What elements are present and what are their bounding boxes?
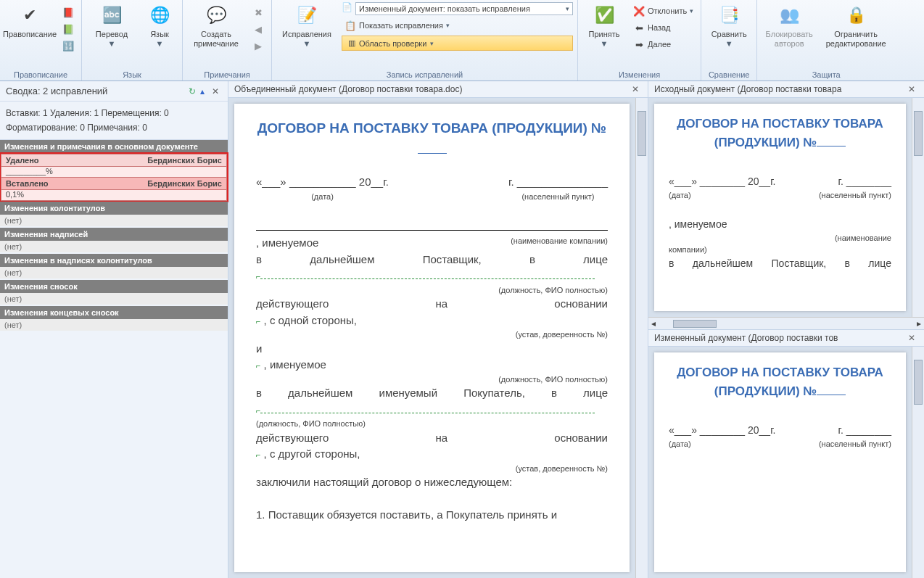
stats-line-2: Форматирование: 0 Примечания: 0 [6,120,222,135]
revised-doc-title: Измененный документ (Договор поставки то… [654,333,838,343]
spelling-button[interactable]: ✔ Правописание [4,2,55,41]
book-icon: 📕 [62,7,74,18]
combined-doc-viewport[interactable]: ДОГОВОР НА ПОСТАВКУ ТОВАРА (ПРОДУКЦИИ) №… [228,98,648,578]
section-header-labels: Изменения в надписях колонтитулов [0,254,228,267]
group-proofing-label: Правописание [4,69,77,79]
next-label: Далее [648,40,671,49]
translate-icon: 🔤 [100,4,123,27]
restrict-label: Ограничить редактирование [826,30,886,49]
chevron-down-icon: ▼ [601,39,609,49]
company-caption: (наименование компании) [511,235,608,252]
previous-label: Назад [648,23,671,32]
show-markup-button[interactable]: 📋 Показать исправления ▾ [342,18,573,33]
next-button[interactable]: ➡Далее [630,37,696,51]
track-icon: 📝 [295,4,318,27]
track-label: Исправления [282,30,331,39]
section-main: Изменения и примечания в основном докуме… [0,140,228,153]
reject-button[interactable]: ❌Отклонить ▾ [630,4,696,18]
scrollbar-vertical[interactable] [912,347,924,578]
translate-label: Перевод [96,30,128,39]
source-doc-viewport[interactable]: ДОГОВОР НА ПОСТАВКУ ТОВАРА (ПРОДУКЦИИ) №… [648,98,924,317]
block-label: Блокировать авторов [766,30,813,49]
chevron-down-icon: ▾ [566,5,569,12]
new-comment-button[interactable]: 💬 Создать примечание [187,2,245,50]
named: , именуемое [256,235,318,252]
scrollbar-vertical[interactable] [635,98,648,578]
group-comments-label: Примечания [187,69,267,79]
reviewing-pane-label: Область проверки [359,39,426,48]
section-headers: Изменения колонтитулов [0,202,228,215]
reject-icon: ❌ [633,5,645,17]
group-changes: ✅ Принять ▼ ❌Отклонить ▾ ⬅Назад ➡Далее И… [578,0,701,80]
clause1: 1. Поставщик обязуется поставить, а Поку… [256,507,608,524]
document-area: Объединенный документ (Договор поставки … [228,81,924,578]
thesaurus-button[interactable]: 📗 [59,22,77,36]
close-icon[interactable]: ✕ [629,84,642,94]
section-header-labels-none: (нет) [0,267,228,278]
chevron-down-icon: ▼ [108,39,116,49]
previous-button[interactable]: ⬅Назад [630,20,696,35]
next-icon: ▶ [252,40,264,51]
compare-button[interactable]: 📑 Сравнить ▼ [706,2,752,50]
revised-doc-viewport[interactable]: ДОГОВОР НА ПОСТАВКУ ТОВАРА (ПРОДУКЦИИ) №… [648,347,924,578]
charter-caption2: (устав, доверенность №) [256,463,608,475]
scrollbar-horizontal[interactable]: ◂▸ [648,317,924,329]
combined-doc-page: ДОГОВОР НА ПОСТАВКУ ТОВАРА (ПРОДУКЦИИ) №… [234,104,630,572]
position-caption: (должность, ФИО полностью) [256,284,608,297]
change-deleted-row[interactable]: Удалено Бердинских Борис [1,154,227,167]
chevron-down-icon: ▼ [156,39,164,49]
restrict-editing-button[interactable]: 🔒 Ограничить редактирование [821,2,891,50]
markup-icon: 📋 [345,20,356,31]
count-icon: 🔢 [62,40,74,51]
compare-label: Сравнить [711,30,747,39]
side1: , с одной стороны, [264,314,357,326]
language-button[interactable]: 🌐 Язык ▼ [141,2,178,50]
block-icon: 👥 [777,4,801,27]
combined-doc-tab: Объединенный документ (Договор поставки … [228,81,648,98]
reviewing-pane-button[interactable]: ▥ Область проверки ▾ [342,36,573,51]
doc-title: ДОГОВОР НА ПОСТАВКУ ТОВАРА (ПРОДУКЦИИ) № [669,363,891,400]
combined-document-pane: Объединенный документ (Договор поставки … [228,81,648,578]
reject-label: Отклонить [648,7,687,15]
wordcount-button[interactable]: 🔢 [59,38,77,53]
group-changes-label: Изменения [582,69,696,79]
date-left: «___» [256,176,286,188]
scrollbar-vertical[interactable] [912,98,924,317]
research-button[interactable]: 📕 [59,5,77,20]
reviewing-pane: Сводка: 2 исправлений ↻ ▴ ✕ Вставки: 1 У… [0,81,228,578]
source-doc-title: Исходный документ (Договор поставки това… [654,84,841,94]
chevron-down-icon: ▾ [446,22,450,29]
section-labels-none: (нет) [0,241,228,252]
ribbon: ✔ Правописание 📕 📗 🔢 Правописание 🔤 Пере… [0,0,924,81]
close-icon[interactable]: ✕ [209,86,222,96]
group-compare-label: Сравнение [706,69,752,79]
date-caption: (дата) [256,191,389,203]
source-document-pane: Исходный документ (Договор поставки това… [648,81,924,330]
deleted-value: _________% [1,167,227,177]
highlighted-changes: Удалено Бердинских Борис _________% Вста… [0,152,228,202]
translate-button[interactable]: 🔤 Перевод ▼ [86,2,137,50]
side2: , с другой стороны, [264,447,360,460]
change-inserted-row[interactable]: Вставлено Бердинских Борис [1,177,227,190]
reviewing-pane-title: Сводка: 2 исправлений [6,86,107,96]
delete-icon: ✖ [252,7,264,18]
source-doc-tab: Исходный документ (Договор поставки това… [648,81,924,98]
chevron-down-icon: ▼ [303,39,311,49]
group-tracking-label: Запись исправлений [276,69,573,79]
refresh-icon[interactable]: ↻ [189,86,196,96]
show-markup-label: Показать исправления [359,21,443,30]
section-labels: Изменения надписей [0,228,228,241]
reviewing-pane-body: Изменения и примечания в основном докуме… [0,140,228,332]
track-changes-button[interactable]: 📝 Исправления ▼ [276,2,337,50]
display-for-review-combo[interactable]: Измененный документ: показать исправлени… [355,2,573,15]
close-icon[interactable]: ✕ [905,84,918,94]
chevron-down-icon: ▼ [725,39,733,49]
section-endnotes-none: (нет) [0,319,228,331]
group-comments: 💬 Создать примечание ✖ ◀ ▶ Примечания [183,0,272,80]
close-icon[interactable]: ✕ [905,333,918,343]
collapse-icon[interactable]: ▴ [200,86,205,96]
comment-icon: 💬 [205,4,228,27]
accept-button[interactable]: ✅ Принять ▼ [582,2,626,50]
doc-title: ДОГОВОР НА ПОСТАВКУ ТОВАРА (ПРОДУКЦИИ) № [256,118,608,160]
pane-icon: ▥ [348,38,355,48]
